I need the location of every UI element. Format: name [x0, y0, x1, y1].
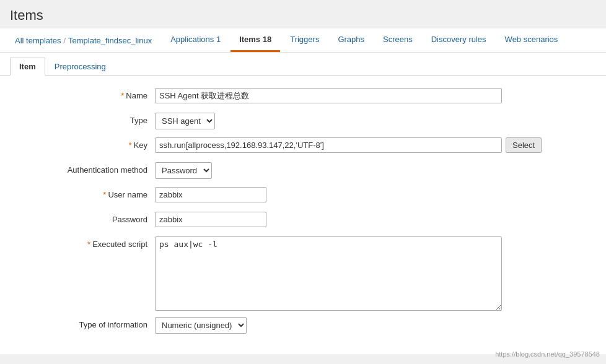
nav-tabs: All templates / Template_findsec_linux A… — [0, 28, 606, 53]
tab-applications[interactable]: Applications 1 — [162, 28, 229, 52]
type-select[interactable]: SSH agent — [155, 113, 215, 129]
key-field: Select — [155, 137, 587, 153]
type-info-field: Numeric (unsigned) — [155, 317, 587, 334]
script-label: *Executed script — [19, 236, 155, 249]
password-input[interactable] — [155, 212, 266, 227]
username-row: *User name — [19, 187, 587, 206]
type-info-select[interactable]: Numeric (unsigned) — [155, 317, 247, 334]
script-textarea[interactable]: ps aux|wc -l — [155, 236, 502, 311]
tab-webscenarios[interactable]: Web scenarios — [496, 28, 567, 52]
script-field: ps aux|wc -l — [155, 236, 587, 311]
tab-discovery[interactable]: Discovery rules — [423, 28, 495, 52]
password-label: Password — [19, 212, 155, 224]
name-label: *Name — [19, 88, 155, 100]
username-label: *User name — [19, 187, 155, 199]
breadcrumb: All templates / Template_findsec_linux — [6, 30, 160, 51]
password-field — [155, 212, 587, 227]
sub-tabs: Item Preprocessing — [0, 53, 606, 76]
breadcrumb-sep: / — [63, 36, 66, 45]
name-input[interactable] — [155, 88, 502, 103]
script-row: *Executed script ps aux|wc -l — [19, 236, 587, 311]
name-field — [155, 88, 587, 103]
password-row: Password — [19, 212, 587, 230]
form-container: *Name Type SSH agent *Key Select Authent… — [0, 76, 606, 354]
type-field: SSH agent — [155, 113, 587, 129]
tab-triggers[interactable]: Triggers — [281, 28, 328, 52]
auth-row: Authentication method Password — [19, 162, 587, 181]
breadcrumb-all-templates[interactable]: All templates — [15, 36, 61, 45]
name-row: *Name — [19, 88, 587, 106]
watermark: https://blog.csdn.net/qq_39578548 — [495, 350, 600, 354]
tab-graphs[interactable]: Graphs — [329, 28, 373, 52]
type-label: Type — [19, 113, 155, 125]
type-row: Type SSH agent — [19, 113, 587, 131]
auth-label: Authentication method — [19, 162, 155, 175]
key-input[interactable] — [155, 137, 502, 153]
breadcrumb-template-name[interactable]: Template_findsec_linux — [68, 36, 152, 45]
key-select-button[interactable]: Select — [506, 137, 542, 153]
type-info-row: Type of information Numeric (unsigned) — [19, 317, 587, 336]
page-title: Items — [10, 7, 596, 24]
subtab-item[interactable]: Item — [10, 58, 45, 76]
type-info-label: Type of information — [19, 317, 155, 329]
auth-select[interactable]: Password — [155, 162, 212, 179]
username-field — [155, 187, 587, 202]
username-input[interactable] — [155, 187, 266, 202]
subtab-preprocessing[interactable]: Preprocessing — [45, 58, 115, 76]
key-row: *Key Select — [19, 137, 587, 156]
key-label: *Key — [19, 137, 155, 150]
tab-screens[interactable]: Screens — [374, 28, 421, 52]
auth-field: Password — [155, 162, 587, 179]
tab-items[interactable]: Items 18 — [231, 28, 280, 52]
